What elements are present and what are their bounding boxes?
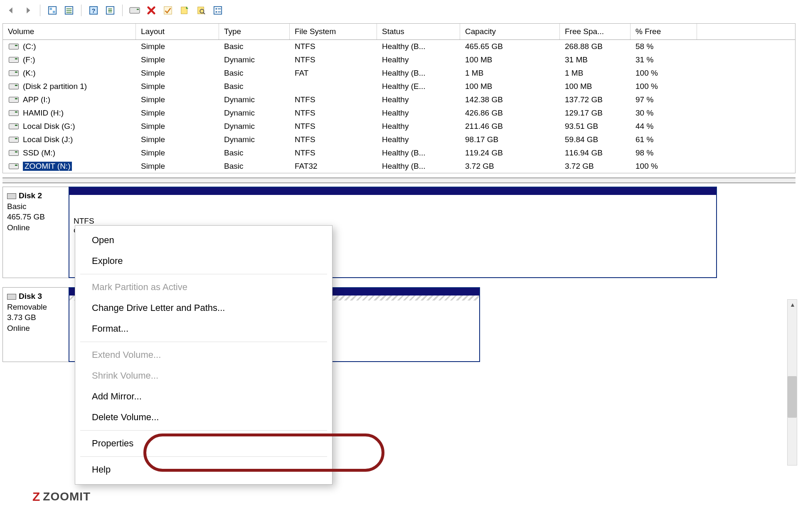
svg-rect-10 — [130, 7, 140, 13]
volume-cell-pct: 30 % — [631, 106, 697, 120]
col-capacity[interactable]: Capacity — [460, 24, 560, 39]
volume-cell-status: Healthy (B... — [377, 160, 460, 173]
col-freespace[interactable]: Free Spa... — [560, 24, 631, 39]
volume-cell-free: 100 MB — [560, 80, 631, 93]
volume-cell-free: 129.17 GB — [560, 106, 631, 120]
volume-row[interactable]: Local Disk (J:)SimpleDynamicNTFSHealthy9… — [3, 133, 795, 146]
volume-cell-layout: Simple — [136, 106, 219, 120]
volume-cell-type: Dynamic — [219, 133, 290, 146]
col-type[interactable]: Type — [219, 24, 290, 39]
menu-item-format[interactable]: Format... — [75, 318, 332, 339]
volume-row[interactable]: (Disk 2 partition 1)SimpleBasicHealthy (… — [3, 80, 795, 93]
svg-rect-12 — [164, 7, 172, 14]
svg-rect-2 — [53, 11, 55, 13]
svg-rect-1 — [50, 8, 52, 10]
col-volume[interactable]: Volume — [3, 24, 136, 39]
volume-table: Volume Layout Type File System Status Ca… — [2, 23, 796, 173]
volume-cell-fs: NTFS — [290, 93, 377, 106]
partition-header — [69, 187, 716, 195]
volume-cell-status: Healthy — [377, 133, 460, 146]
volume-row[interactable]: APP (I:)SimpleDynamicNTFSHealthy142.38 G… — [3, 93, 795, 106]
volume-cell-type: Dynamic — [219, 93, 290, 106]
menu-item-change-drive-letter-and-paths[interactable]: Change Drive Letter and Paths... — [75, 298, 332, 318]
list-view-icon[interactable] — [62, 3, 76, 17]
context-menu: OpenExploreMark Partition as ActiveChang… — [75, 225, 332, 485]
scroll-up-icon[interactable]: ▲ — [788, 300, 798, 310]
volume-cell-type: Basic — [219, 66, 290, 80]
col-filesystem[interactable]: File System — [290, 24, 377, 39]
scroll-thumb[interactable] — [788, 376, 797, 418]
volume-cell-free: 3.72 GB — [560, 160, 631, 173]
drive-icon — [9, 123, 19, 129]
drive-icon — [9, 70, 19, 76]
volume-name-cell: SSD (M:) — [3, 146, 136, 160]
forward-icon[interactable] — [21, 3, 35, 17]
volume-cell-cap: 426.86 GB — [460, 106, 560, 120]
volume-cell-type: Basic — [219, 80, 290, 93]
check-icon[interactable] — [161, 3, 175, 17]
volume-cell-type: Basic — [219, 40, 290, 53]
pane-splitter[interactable] — [2, 177, 796, 183]
col-status[interactable]: Status — [377, 24, 460, 39]
delete-icon[interactable] — [144, 3, 158, 17]
menu-item-shrink-volume: Shrink Volume... — [75, 365, 332, 386]
tree-view-icon[interactable] — [45, 3, 59, 17]
volume-cell-cap: 98.17 GB — [460, 133, 560, 146]
volume-cell-spacer — [697, 146, 795, 160]
volume-cell-fs — [290, 80, 377, 93]
volume-row[interactable]: SSD (M:)SimpleBasicNTFSHealthy (B...119.… — [3, 146, 795, 160]
volume-row[interactable]: Local Disk (G:)SimpleDynamicNTFSHealthy2… — [3, 120, 795, 133]
new-icon[interactable] — [177, 3, 192, 17]
properties-icon[interactable] — [211, 3, 225, 17]
volume-row[interactable]: (F:)SimpleDynamicNTFSHealthy100 MB31 MB3… — [3, 53, 795, 66]
volume-row[interactable]: ZOOMIT (N:)SimpleBasicFAT32Healthy (B...… — [3, 160, 795, 173]
volume-name-cell: APP (I:) — [3, 93, 136, 106]
volume-name-label: (K:) — [23, 69, 36, 78]
col-layout[interactable]: Layout — [136, 24, 219, 39]
volume-cell-pct: 58 % — [631, 40, 697, 53]
toolbar-separator — [81, 5, 81, 16]
svg-rect-11 — [137, 9, 139, 10]
refresh-list-icon[interactable] — [103, 3, 117, 17]
volume-name-label: APP (I:) — [23, 95, 50, 104]
back-icon[interactable] — [4, 3, 18, 17]
menu-item-mark-partition-as-active: Mark Partition as Active — [75, 277, 332, 298]
disk-label-disk2[interactable]: Disk 2 Basic 465.75 GB Online — [2, 187, 69, 278]
volume-cell-cap: 3.72 GB — [460, 160, 560, 173]
find-icon[interactable] — [194, 3, 208, 17]
volume-name-label: (F:) — [23, 55, 35, 64]
volume-cell-type: Basic — [219, 146, 290, 160]
volume-cell-spacer — [697, 93, 795, 106]
volume-cell-spacer — [697, 40, 795, 53]
menu-item-open[interactable]: Open — [75, 230, 332, 251]
menu-separator — [80, 456, 327, 457]
col-pctfree[interactable]: % Free — [631, 24, 697, 39]
menu-item-extend-volume: Extend Volume... — [75, 345, 332, 365]
volume-row[interactable]: (K:)SimpleBasicFATHealthy (B...1 MB1 MB1… — [3, 66, 795, 80]
volume-name-label: (Disk 2 partition 1) — [23, 82, 87, 91]
drive-icon — [9, 44, 19, 49]
volume-row[interactable]: HAMID (H:)SimpleDynamicNTFSHealthy426.86… — [3, 106, 795, 120]
volume-cell-pct: 100 % — [631, 160, 697, 173]
volume-cell-status: Healthy — [377, 120, 460, 133]
volume-cell-cap: 100 MB — [460, 80, 560, 93]
help-icon[interactable]: ? — [86, 3, 101, 17]
volume-cell-status: Healthy — [377, 93, 460, 106]
menu-item-add-mirror[interactable]: Add Mirror... — [75, 386, 332, 407]
volume-row[interactable]: (C:)SimpleBasicNTFSHealthy (B...465.65 G… — [3, 40, 795, 53]
drive-icon — [9, 84, 19, 89]
svg-point-18 — [216, 8, 217, 10]
disk-label-disk3[interactable]: Disk 3 Removable 3.73 GB Online — [2, 287, 69, 362]
volume-name-cell: (C:) — [3, 40, 136, 53]
volume-name-label: HAMID (H:) — [23, 108, 64, 118]
volume-cell-spacer — [697, 120, 795, 133]
volume-cell-status: Healthy — [377, 106, 460, 120]
menu-item-delete-volume[interactable]: Delete Volume... — [75, 407, 332, 428]
volume-name-cell: Local Disk (G:) — [3, 120, 136, 133]
drive-icon[interactable] — [128, 3, 142, 17]
vertical-scrollbar[interactable]: ▲ — [787, 299, 797, 466]
volume-cell-pct: 31 % — [631, 53, 697, 66]
menu-item-help[interactable]: Help — [75, 459, 332, 480]
menu-item-properties[interactable]: Properties — [75, 433, 332, 454]
menu-item-explore[interactable]: Explore — [75, 251, 332, 271]
